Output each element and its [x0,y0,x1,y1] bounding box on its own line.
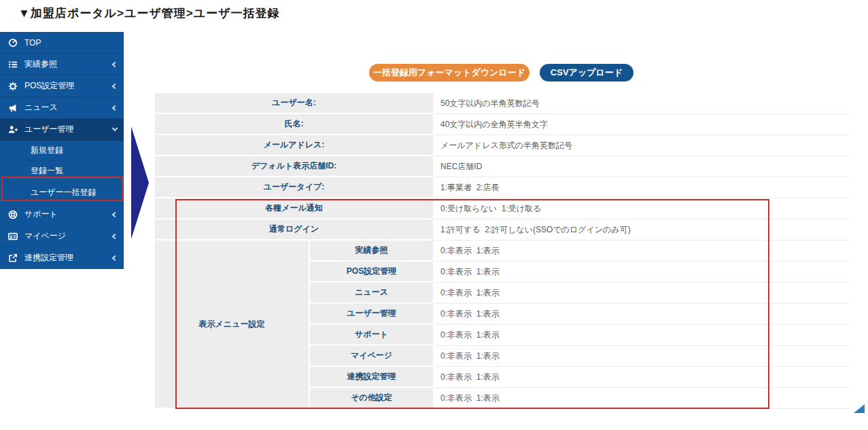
submenu-item-user-bulk-registration-label: ユーザー一括登録 [31,187,97,198]
sidebar-item-results-label: 実績参照 [24,58,113,70]
table-row: ニュース0:非表示 1:表示 [310,283,850,304]
dashboard-icon [8,38,18,48]
field-value-cell: 40文字以内の全角英半角文字 [433,114,850,135]
list-icon [8,60,18,69]
table-row: 各種メール通知0:受け取らない 1:受け取る [155,198,850,219]
display-menu-settings-group: 表示メニュー設定実績参照0:非表示 1:表示POS設定管理0:非表示 1:表示ニ… [155,240,850,409]
sidebar-item-top-label: TOP [24,38,117,48]
table-row: マイページ0:非表示 1:表示 [310,346,850,367]
submenu-item-new-registration-label: 新規登録 [31,145,63,156]
submenu-item-new-registration[interactable]: 新規登録 [0,141,124,161]
display-menu-settings-label: 表示メニュー設定 [155,240,309,409]
chevron-down-icon [112,126,118,131]
field-value-cell: 1:事業者 2:店長 [433,177,850,198]
menu-name-cell: ユーザー管理 [310,304,433,325]
field-value-cell: NEC店舗ID [433,156,850,177]
field-label-cell: 氏名: [155,114,433,135]
flow-arrow [131,126,149,239]
table-row: ユーザー管理0:非表示 1:表示 [310,304,850,325]
sidebar-item-mypage[interactable]: マイページ [0,226,124,247]
id-card-icon [8,232,18,241]
sidebar-item-mypage-label: マイページ [24,230,113,242]
submenu-item-registration-list-label: 登録一覧 [31,165,63,177]
field-value-cell: 0:非表示 1:表示 [433,304,850,325]
field-label-cell: 通常ログイン [155,219,433,240]
table-row: メールアドレス:メールアドレス形式の半角英数記号 [155,135,850,156]
bulk-registration-spec-table: ユーザー名:50文字以内の半角英数記号氏名:40文字以内の全角英半角文字メールア… [155,93,850,409]
table-row: 連携設定管理0:非表示 1:表示 [310,367,850,388]
field-label-cell: デフォルト表示店舗ID: [155,156,433,177]
table-row: その他設定0:非表示 1:表示 [310,388,850,409]
menu-name-cell: サポート [310,325,433,346]
chevron-left-icon [112,233,118,238]
chevron-left-icon [112,83,118,88]
page-title: ▼加盟店ポータル>ユーザ管理>ユーザ一括登録 [18,5,279,21]
field-label-cell: 各種メール通知 [155,198,433,219]
sidebar-item-user-management-label: ユーザー管理 [24,124,113,135]
life-ring-icon [8,210,18,219]
sidebar-item-integration-settings[interactable]: 連携設定管理 [0,247,124,269]
submenu-item-registration-list[interactable]: 登録一覧 [0,161,124,181]
field-value-cell: 0:非表示 1:表示 [433,283,850,304]
sidebar-item-news[interactable]: ニュース [0,97,124,119]
field-label-cell: ユーザータイプ: [155,177,433,198]
menu-name-cell: マイページ [310,346,433,367]
table-row: ユーザータイプ:1:事業者 2:店長 [155,177,850,198]
sidebar-item-pos-settings-label: POS設定管理 [24,80,113,92]
field-value-cell: 0:非表示 1:表示 [433,262,850,283]
table-row: ユーザー名:50文字以内の半角英数記号 [155,93,850,114]
table-row: 実績参照0:非表示 1:表示 [310,240,850,262]
menu-name-cell: ニュース [310,283,433,304]
field-value-cell: 0:非表示 1:表示 [433,325,850,346]
sidebar-item-integration-settings-label: 連携設定管理 [24,252,113,264]
sidebar-item-support[interactable]: サポート [0,204,124,226]
sidebar: TOP実績参照POS設定管理ニュースユーザー管理新規登録登録一覧ユーザー一括登録… [0,32,124,269]
sidebar-item-results[interactable]: 実績参照 [0,54,124,75]
user-plus-icon [8,125,18,135]
table-row: POS設定管理0:非表示 1:表示 [310,262,850,283]
chevron-left-icon [112,105,118,110]
bulk-format-download-button[interactable]: 一括登録用フォーマットダウンロード [369,64,530,82]
table-row: デフォルト表示店舗ID:NEC店舗ID [155,156,850,177]
field-value-cell: 0:非表示 1:表示 [433,367,850,388]
field-value-cell: 1:許可する 2:許可しない(SSOでのログインのみ可) [433,219,850,240]
chevron-left-icon [112,255,118,260]
field-label-cell: メールアドレス: [155,135,433,156]
scrollbar-grip[interactable] [854,404,865,413]
menu-name-cell: 連携設定管理 [310,367,433,388]
menu-name-cell: その他設定 [310,388,433,409]
external-link-icon [8,253,18,263]
csv-upload-button[interactable]: CSVアップロード [540,64,633,82]
sidebar-item-user-management[interactable]: ユーザー管理 [0,119,124,141]
field-value-cell: 50文字以内の半角英数記号 [433,93,850,114]
table-row: サポート0:非表示 1:表示 [310,325,850,346]
sidebar-item-pos-settings[interactable]: POS設定管理 [0,75,124,97]
field-value-cell: 0:非表示 1:表示 [433,388,850,409]
chevron-left-icon [112,61,118,67]
submenu-item-user-bulk-registration[interactable]: ユーザー一括登録 [0,181,124,204]
display-menu-settings-rows: 実績参照0:非表示 1:表示POS設定管理0:非表示 1:表示ニュース0:非表示… [310,240,850,409]
sidebar-item-news-label: ニュース [24,102,113,113]
field-value-cell: メールアドレス形式の半角英数記号 [433,135,850,156]
menu-name-cell: 実績参照 [310,240,433,262]
table-row: 通常ログイン1:許可する 2:許可しない(SSOでのログインのみ可) [155,219,850,240]
megaphone-icon [8,103,18,113]
gear-icon [8,82,18,91]
table-row: 氏名:40文字以内の全角英半角文字 [155,114,850,135]
sidebar-item-support-label: サポート [24,209,113,220]
field-value-cell: 0:受け取らない 1:受け取る [433,198,850,219]
chevron-left-icon [112,211,118,217]
field-value-cell: 0:非表示 1:表示 [433,346,850,367]
field-label-cell: ユーザー名: [155,93,433,114]
sidebar-item-top[interactable]: TOP [0,32,124,54]
field-value-cell: 0:非表示 1:表示 [433,240,850,262]
menu-name-cell: POS設定管理 [310,262,433,283]
